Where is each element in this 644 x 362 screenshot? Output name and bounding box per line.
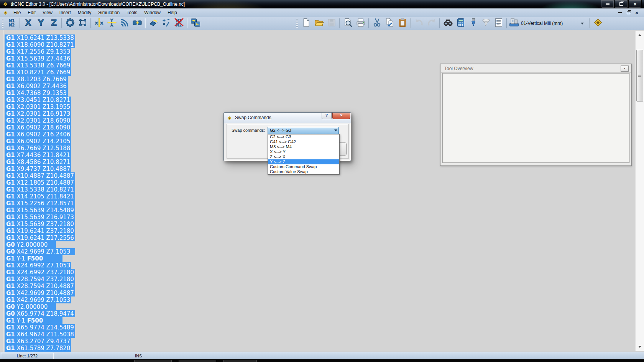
- gcode-line[interactable]: G1 X24.6992 Z7.1053: [5, 262, 75, 269]
- gcode-line[interactable]: G1 X15.5639 Z14.5489: [5, 207, 75, 214]
- toolbar-button-new-file[interactable]: [300, 18, 312, 29]
- menu-item-tools[interactable]: Tools: [123, 8, 141, 17]
- gcode-line[interactable]: G1 X6.0902 Z7.4436: [5, 83, 75, 90]
- toolbar-button-swap-x[interactable]: xx: [93, 18, 105, 29]
- toolbar-button-renumber[interactable]: [160, 18, 172, 29]
- gcode-line[interactable]: G1 X42.9699 Z7.1053: [5, 296, 75, 303]
- toolbar-button-x-axis[interactable]: X: [22, 18, 34, 29]
- toolbar-button-circle-points[interactable]: [64, 18, 76, 29]
- gcode-line[interactable]: G1 X28.7594 Z10.4887: [5, 283, 75, 290]
- gcode-editor[interactable]: G1 X19.6241 Z13.5338G1 X18.6090 Z10.8271…: [0, 30, 644, 352]
- gcode-line[interactable]: G1 X15.2256 Z12.8571: [5, 200, 75, 207]
- dropdown-option[interactable]: Custom Command Swap: [268, 164, 339, 169]
- toolbar-button-print[interactable]: [354, 18, 367, 29]
- chevron-down-icon[interactable]: [581, 23, 584, 26]
- gcode-line[interactable]: G1 X13.5338 Z10.8271: [5, 186, 75, 193]
- toolbar-button-filter[interactable]: [480, 18, 492, 29]
- gcode-line[interactable]: G1 X19.6241 Z13.5338: [5, 34, 75, 41]
- menu-item-help[interactable]: Help: [164, 8, 181, 17]
- swap-commands-combobox[interactable]: G2 <--> G3: [268, 127, 339, 134]
- scrollbar-thumb[interactable]: [636, 50, 643, 102]
- gcode-line[interactable]: G1 X15.5639 Z7.4436: [5, 55, 75, 62]
- gcode-line[interactable]: G1 X61.5789 Z7.7820: [5, 345, 75, 352]
- gcode-line[interactable]: G1 X6.7669 Z12.5188: [5, 145, 75, 152]
- dropdown-option[interactable]: X <--> Y: [268, 149, 339, 154]
- dropdown-option[interactable]: M3 <--> M4: [268, 144, 339, 149]
- dropdown-option[interactable]: G41 <--> G42: [268, 139, 339, 144]
- dialog-title-bar[interactable]: Swap Commands: [224, 113, 351, 123]
- menu-item-edit[interactable]: Edit: [24, 8, 39, 17]
- toolbar-button-cut[interactable]: [371, 18, 383, 29]
- gcode-line[interactable]: G1 X6.0902 Z18.6090: [5, 124, 75, 131]
- toolbar-button-find[interactable]: [442, 18, 454, 29]
- toolbar-button-copy[interactable]: [383, 18, 396, 29]
- toolbar-button-z-axis[interactable]: Z: [47, 18, 60, 29]
- toolbar-button-remove-numbering[interactable]: N1N2: [172, 18, 185, 29]
- gcode-line[interactable]: G1 X63.2707 Z9.4737: [5, 338, 75, 345]
- mdi-close-button[interactable]: ×: [632, 10, 641, 16]
- gcode-line[interactable]: G1 X42.9699 Z10.4887: [5, 290, 75, 296]
- toolbar-button-edit-shape[interactable]: [147, 18, 160, 29]
- gcode-line[interactable]: G1 X17.2556 Z9.1353: [5, 48, 75, 55]
- vertical-scrollbar[interactable]: [635, 31, 644, 351]
- toolbar-button-mirror-y[interactable]: YY: [105, 18, 118, 29]
- gcode-line[interactable]: G0 X65.9774 Z18.9474: [5, 310, 75, 317]
- tool-overview-close-button[interactable]: ×: [621, 66, 629, 72]
- gcode-line[interactable]: G1 X10.8271 Z6.7669: [5, 69, 75, 76]
- gcode-line[interactable]: G1 X28.7594 Z37.2180: [5, 276, 75, 283]
- gcode-line[interactable]: G1 X3.0451 Z10.8271: [5, 97, 75, 103]
- gcode-line[interactable]: G1 X8.4586 Z10.8271: [5, 159, 75, 165]
- gcode-line[interactable]: G1 X14.2105 Z11.8421: [5, 193, 75, 200]
- toolbar-button-list-view[interactable]: [492, 18, 505, 29]
- gcode-line[interactable]: G1 X64.9624 Z11.5038: [5, 331, 75, 338]
- toolbar-grip[interactable]: [296, 19, 298, 28]
- dropdown-option-selected[interactable]: Y <--> Z: [268, 159, 339, 164]
- toolbar-button-tool-filter[interactable]: [467, 18, 480, 29]
- gcode-line[interactable]: G1 X19.6241 Z37.2180: [5, 228, 75, 234]
- gcode-line[interactable]: G1 X6.0902 Z14.2105: [5, 138, 75, 145]
- menu-item-simulation[interactable]: Simulation: [95, 8, 123, 17]
- scroll-down-button[interactable]: [636, 343, 644, 350]
- gcode-line[interactable]: G1 X7.4436 Z11.8421: [5, 152, 75, 159]
- gcode-line[interactable]: G1 X15.5639 Z37.2180: [5, 221, 75, 228]
- mdi-restore-button[interactable]: [624, 10, 632, 16]
- toolbar-button-y-axis[interactable]: Y: [34, 18, 47, 29]
- toolbar-button-swap-blocks[interactable]: [131, 18, 143, 29]
- gcode-line[interactable]: G0 X42.9699 Z7.1053: [5, 248, 75, 255]
- gcode-line[interactable]: G1 X12.1805 Z10.4887: [5, 179, 75, 186]
- gcode-line[interactable]: G1 X18.6090 Z10.8271: [5, 41, 75, 48]
- menu-item-modify[interactable]: Modify: [74, 8, 95, 17]
- toolbar-button-rect-points[interactable]: [76, 18, 89, 29]
- toolbar-button-open-file[interactable]: [312, 18, 325, 29]
- toolbar-button-swap-windows[interactable]: [189, 18, 202, 29]
- toolbar-button-calculator[interactable]: [454, 18, 467, 29]
- dropdown-option[interactable]: Z <--> X: [268, 154, 339, 159]
- gcode-line[interactable]: G1 X13.5338 Z6.7669: [5, 62, 75, 69]
- gcode-line[interactable]: G1 X10.4887 Z10.4887: [5, 172, 75, 179]
- menu-item-insert[interactable]: Insert: [56, 8, 74, 17]
- menu-item-window[interactable]: Window: [141, 8, 164, 17]
- menu-item-file[interactable]: File: [10, 8, 24, 17]
- dropdown-option[interactable]: Custom Value Swap: [268, 169, 339, 174]
- dialog-close-button[interactable]: ×: [332, 113, 350, 119]
- gcode-line[interactable]: G1 X6.0902 Z16.2406: [5, 131, 75, 138]
- gcode-line[interactable]: G1 X4.7368 Z9.1353: [5, 90, 75, 97]
- gcode-line[interactable]: G0 Y2.000000: [5, 241, 75, 248]
- gcode-line[interactable]: G1 X2.0301 Z16.9173: [5, 110, 75, 117]
- dropdown-option[interactable]: G2 <--> G3: [268, 134, 339, 139]
- gcode-line[interactable]: G1 X65.9774 Z14.5489: [5, 324, 75, 331]
- gcode-line[interactable]: G1 Y-1 F500: [5, 317, 75, 324]
- restore-button[interactable]: [614, 0, 628, 8]
- mdi-minimize-button[interactable]: [616, 10, 624, 16]
- toolbar-grip[interactable]: [2, 19, 3, 28]
- dialog-help-button[interactable]: ?: [322, 113, 332, 119]
- toolbar-button-arcs[interactable]: [118, 18, 131, 29]
- close-button[interactable]: ×: [628, 0, 642, 8]
- tool-overview-title[interactable]: Tool Overview: [441, 65, 631, 73]
- gcode-line[interactable]: G0 Y2.000000: [5, 303, 75, 310]
- gcode-line[interactable]: G1 X2.0301 Z18.6090: [5, 117, 75, 124]
- gcode-line[interactable]: G1 X2.0301 Z13.1955: [5, 103, 75, 110]
- gcode-line[interactable]: G1 Y-1 F500: [5, 255, 75, 262]
- scroll-up-button[interactable]: [636, 31, 644, 38]
- toolbar-button-block-numbering[interactable]: N1N2: [5, 18, 18, 29]
